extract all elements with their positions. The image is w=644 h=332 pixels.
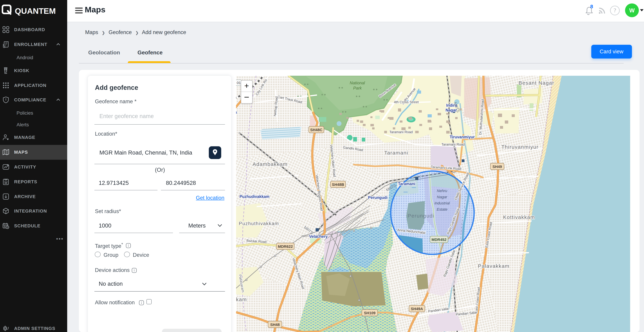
svg-text:kam: kam — [236, 296, 247, 302]
svg-text:Perungudi: Perungudi — [368, 195, 388, 200]
svg-text:Industrial: Industrial — [434, 201, 450, 205]
svg-text:Taramani: Taramani — [384, 150, 408, 155]
svg-text:Puzhuthivakkam: Puzhuthivakkam — [239, 221, 279, 226]
svg-text:Nagar: Nagar — [437, 195, 448, 199]
svg-text:SH49A: SH49A — [411, 307, 423, 311]
svg-text:SH49: SH49 — [492, 164, 502, 169]
svg-text:Puzhudivakkam: Puzhudivakkam — [240, 194, 270, 199]
svg-text:s: s — [236, 110, 237, 114]
svg-text:MDR622: MDR622 — [278, 244, 293, 249]
svg-text:Adambakkam: Adambakkam — [252, 161, 288, 167]
svg-text:SH48C: SH48C — [310, 128, 322, 132]
svg-text:Taramani Road: Taramani Road — [389, 130, 413, 134]
svg-text:Kottivakkam: Kottivakkam — [503, 214, 535, 220]
svg-text:01: 01 — [237, 80, 241, 84]
svg-text:Taramani Road: Taramani Road — [442, 142, 465, 146]
svg-text:8: 8 — [590, 5, 593, 9]
svg-text:4th Cross Street: 4th Cross Street — [394, 100, 419, 104]
svg-text:National: National — [350, 80, 365, 85]
svg-text:Park: Park — [353, 85, 362, 90]
svg-text:MDR452: MDR452 — [432, 237, 446, 242]
svg-text:SH109: SH109 — [364, 311, 376, 315]
svg-text:Velachery: Velachery — [309, 234, 328, 239]
svg-text:Estate: Estate — [437, 207, 448, 211]
svg-text:Perungudi: Perungudi — [408, 213, 434, 218]
svg-text:Thiruvanmiyur: Thiruvanmiyur — [501, 144, 538, 150]
svg-text:SH48B: SH48B — [332, 182, 344, 187]
svg-text:Nehru: Nehru — [437, 188, 447, 193]
svg-text:?: ? — [614, 7, 616, 13]
svg-text:SH48: SH48 — [270, 322, 280, 327]
svg-text:Palavakkam: Palavakkam — [478, 263, 510, 269]
svg-text:Tiruvanmiyur: Tiruvanmiyur — [450, 135, 475, 139]
svg-text:Besant Nagar: Besant Nagar — [518, 80, 554, 85]
svg-text:Taramani: Taramani — [398, 181, 415, 186]
